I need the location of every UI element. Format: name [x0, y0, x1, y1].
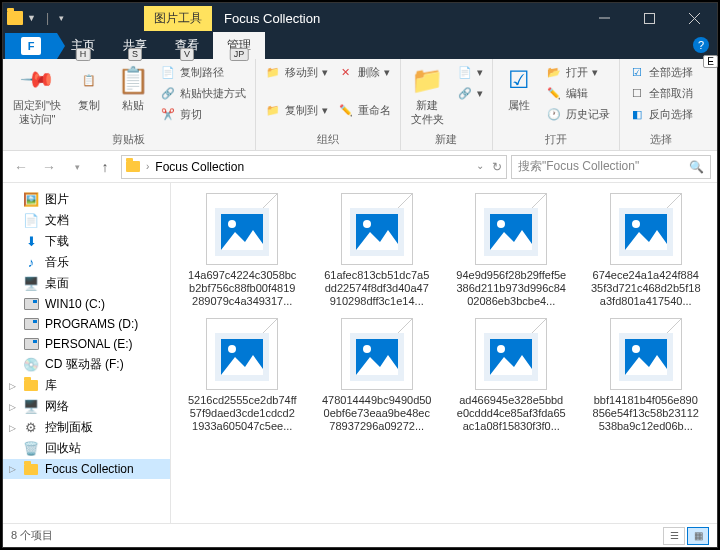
- select-all-button[interactable]: ☑全部选择: [626, 62, 696, 82]
- file-tab[interactable]: F: [5, 33, 57, 59]
- tab-home[interactable]: 主页H: [57, 32, 109, 59]
- file-thumbnail: [475, 193, 547, 265]
- expand-icon[interactable]: ▷: [9, 381, 16, 391]
- tree-item[interactable]: ▷🖥️网络: [3, 396, 170, 417]
- tree-item[interactable]: PROGRAMS (D:): [3, 314, 170, 334]
- cut-button[interactable]: ✂️剪切: [157, 104, 249, 124]
- open-button[interactable]: 📂打开 ▾: [543, 62, 613, 82]
- help-icon[interactable]: ?: [693, 37, 709, 53]
- search-input[interactable]: 搜索"Focus Collection" 🔍: [511, 155, 711, 179]
- path-icon: 📄: [160, 64, 176, 80]
- address-bar: ← → ▾ ↑ › Focus Collection ⌄↻ 搜索"Focus C…: [3, 151, 717, 183]
- tree-item-label: CD 驱动器 (F:): [45, 356, 124, 373]
- file-name: 478014449bc9490d500ebf6e73eaa9be48ec7893…: [322, 394, 432, 433]
- file-name: 674ece24a1a424f88435f3d721c468d2b5f18a3f…: [591, 269, 701, 308]
- svg-point-8: [632, 220, 640, 228]
- chevron-icon[interactable]: ›: [146, 161, 149, 172]
- file-item[interactable]: bbf14181b4f056e890856e54f13c58b23112538b…: [583, 318, 710, 433]
- overflow-icon[interactable]: ▾: [59, 13, 64, 23]
- file-item[interactable]: 14a697c4224c3058bcb2bf756c88fb00f4819289…: [179, 193, 306, 308]
- refresh-icon[interactable]: ↻: [492, 160, 502, 174]
- file-thumbnail: [610, 193, 682, 265]
- tab-share[interactable]: 共享S: [109, 32, 161, 59]
- tree-item[interactable]: ♪音乐: [3, 252, 170, 273]
- file-item[interactable]: 478014449bc9490d500ebf6e73eaa9be48ec7893…: [314, 318, 441, 433]
- tree-item[interactable]: ▷Focus Collection: [3, 459, 170, 479]
- forward-button[interactable]: →: [37, 155, 61, 179]
- copy-button[interactable]: 📋复制: [69, 62, 109, 114]
- tree-item[interactable]: 🗑️回收站: [3, 438, 170, 459]
- tree-item[interactable]: WIN10 (C:): [3, 294, 170, 314]
- tree-item-icon: ♪: [23, 255, 39, 271]
- image-icon: [484, 208, 538, 256]
- minimize-button[interactable]: [582, 3, 627, 33]
- maximize-button[interactable]: [627, 3, 672, 33]
- svg-point-4: [363, 220, 371, 228]
- tab-view[interactable]: 查看V: [161, 32, 213, 59]
- tree-item-label: 回收站: [45, 440, 81, 457]
- tree-item-icon: ⬇: [23, 234, 39, 250]
- icons-view-button[interactable]: ▦: [687, 527, 709, 545]
- tree-item-icon: 📄: [23, 213, 39, 229]
- tree-item[interactable]: ▷⚙控制面板: [3, 417, 170, 438]
- tree-item[interactable]: 🖼️图片: [3, 189, 170, 210]
- new-item-button[interactable]: 📄▾: [454, 62, 486, 82]
- back-button[interactable]: ←: [9, 155, 33, 179]
- tree-item-label: 文档: [45, 212, 69, 229]
- dropdown-icon[interactable]: ▼: [27, 13, 36, 23]
- tree-item[interactable]: 🖥️桌面: [3, 273, 170, 294]
- tree-item[interactable]: ⬇下载: [3, 231, 170, 252]
- tree-item-label: PERSONAL (E:): [45, 337, 133, 351]
- open-icon: 📂: [546, 64, 562, 80]
- easy-access-button[interactable]: 🔗▾: [454, 83, 486, 103]
- invert-selection-button[interactable]: ◧反向选择: [626, 104, 696, 124]
- svg-point-14: [497, 345, 505, 353]
- dropdown-icon[interactable]: ⌄: [476, 160, 484, 174]
- image-icon: [619, 208, 673, 256]
- history-button[interactable]: 🕐历史记录: [543, 104, 613, 124]
- address-field[interactable]: › Focus Collection ⌄↻: [121, 155, 507, 179]
- tree-item-icon: ⚙: [23, 420, 39, 436]
- tree-item[interactable]: 📄文档: [3, 210, 170, 231]
- copy-to-button[interactable]: 📁复制到 ▾: [262, 100, 331, 120]
- rename-button[interactable]: ✏️重命名: [335, 100, 394, 120]
- svg-point-16: [632, 345, 640, 353]
- copyto-icon: 📁: [265, 102, 281, 118]
- shortcut-icon: 🔗: [160, 85, 176, 101]
- file-item[interactable]: ad466945e328e5bbde0cddd4ce85af3fda65ac1a…: [448, 318, 575, 433]
- paste-button[interactable]: 📋粘贴: [113, 62, 153, 114]
- select-none-button[interactable]: ☐全部取消: [626, 83, 696, 103]
- breadcrumb[interactable]: Focus Collection: [155, 160, 244, 174]
- details-view-button[interactable]: ☰: [663, 527, 685, 545]
- move-to-button[interactable]: 📁移动到 ▾: [262, 62, 331, 82]
- new-folder-icon: 📁: [411, 64, 443, 96]
- edit-button[interactable]: ✏️编辑: [543, 83, 613, 103]
- tab-manage[interactable]: 管理JP: [213, 32, 265, 59]
- file-item[interactable]: 94e9d956f28b29ffef5e386d211b973d996c8402…: [448, 193, 575, 308]
- expand-icon[interactable]: ▷: [9, 464, 16, 474]
- file-item[interactable]: 61afec813cb51dc7a5dd22574f8df3d40a479102…: [314, 193, 441, 308]
- file-item[interactable]: 5216cd2555ce2db74ff57f9daed3cde1cdcd2193…: [179, 318, 306, 433]
- expand-icon[interactable]: ▷: [9, 423, 16, 433]
- file-thumbnail: [610, 318, 682, 390]
- delete-button[interactable]: ✕删除 ▾: [335, 62, 394, 82]
- history-icon: 🕐: [546, 106, 562, 122]
- titlebar: ▼ | ▾ 图片工具 Focus Collection: [3, 3, 717, 33]
- file-item[interactable]: 674ece24a1a424f88435f3d721c468d2b5f18a3f…: [583, 193, 710, 308]
- contextual-tab[interactable]: 图片工具: [144, 6, 212, 31]
- expand-icon[interactable]: ▷: [9, 402, 16, 412]
- close-button[interactable]: [672, 3, 717, 33]
- pin-button[interactable]: 📌固定到"快 速访问": [9, 62, 65, 128]
- tree-item[interactable]: ▷库: [3, 375, 170, 396]
- up-button[interactable]: ↑: [93, 155, 117, 179]
- tree-item-icon: [23, 316, 39, 332]
- paste-shortcut-button[interactable]: 🔗粘贴快捷方式: [157, 83, 249, 103]
- file-thumbnail: [475, 318, 547, 390]
- recent-button[interactable]: ▾: [65, 155, 89, 179]
- properties-button[interactable]: ☑属性: [499, 62, 539, 114]
- tree-item[interactable]: PERSONAL (E:): [3, 334, 170, 354]
- tree-item[interactable]: 💿CD 驱动器 (F:): [3, 354, 170, 375]
- new-folder-button[interactable]: 📁新建 文件夹: [407, 62, 448, 128]
- copy-path-button[interactable]: 📄复制路径: [157, 62, 249, 82]
- folder-icon: [7, 11, 23, 25]
